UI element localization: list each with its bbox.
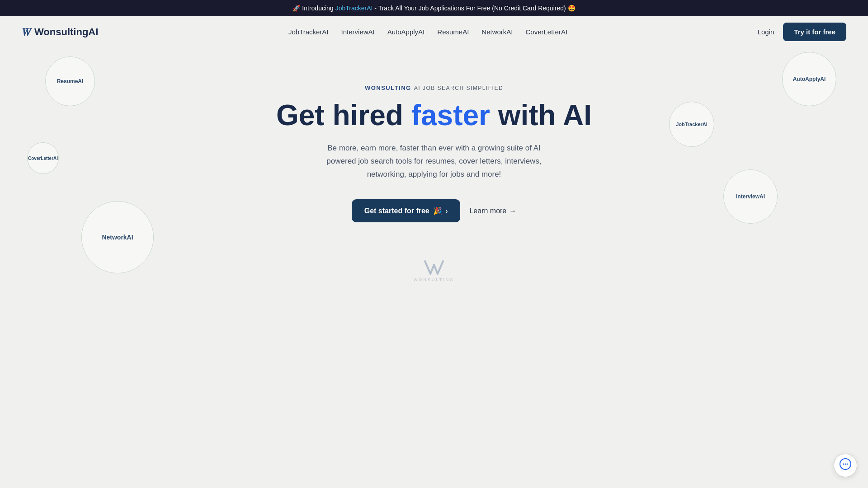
- banner-rest-text: - Track All Your Job Applications For Fr…: [374, 5, 566, 12]
- nav-jobtrackerai[interactable]: JobTrackerAI: [288, 28, 329, 36]
- banner-star-emoji: 🤩: [568, 5, 576, 12]
- nav-links: JobTrackerAI InterviewAI AutoApplyAI Res…: [288, 28, 567, 36]
- banner-intro-text: Introducing: [302, 5, 333, 12]
- circle-interviewai: InterviewAI: [723, 169, 778, 224]
- learn-more-label: Learn more: [469, 207, 506, 215]
- hero-title-part1: Get hired: [276, 99, 411, 131]
- svg-point-2: [845, 464, 846, 465]
- svg-point-1: [843, 464, 844, 465]
- hero-title-highlight: faster: [411, 99, 490, 131]
- login-button[interactable]: Login: [758, 28, 774, 36]
- svg-point-3: [847, 464, 848, 465]
- nav-resumeai[interactable]: ResumeAI: [437, 28, 469, 36]
- learn-more-arrow: →: [509, 207, 516, 215]
- hero-description: Be more, earn more, faster than ever wit…: [316, 142, 552, 181]
- logo-text: WonsultingAI: [34, 26, 98, 38]
- circle-coverletterai: CoverLetterAI: [27, 142, 59, 174]
- get-started-label: Get started for free: [364, 207, 429, 215]
- get-started-emoji: 🎉: [433, 206, 442, 215]
- circle-resumeai: ResumeAI: [45, 56, 95, 106]
- nav-right: Login Try it for free: [758, 23, 846, 41]
- navbar: 𝑊 WonsultingAI JobTrackerAI InterviewAI …: [0, 16, 868, 47]
- announcement-banner: 🚀 Introducing JobTrackerAI - Track All Y…: [0, 0, 868, 16]
- get-started-button[interactable]: Get started for free 🎉 ›: [352, 199, 461, 222]
- banner-link[interactable]: JobTrackerAI: [335, 5, 373, 12]
- badge-text: AI JOB SEARCH SIMPLIFIED: [414, 85, 503, 91]
- chat-button[interactable]: [834, 454, 857, 477]
- bottom-logo-area: WONSULTING: [9, 258, 859, 282]
- nav-interviewai[interactable]: InterviewAI: [341, 28, 375, 36]
- nav-networkai[interactable]: NetworkAI: [481, 28, 513, 36]
- hero-title-part2: with AI: [490, 99, 592, 131]
- navbar-logo[interactable]: 𝑊 WonsultingAI: [22, 26, 98, 38]
- learn-more-button[interactable]: Learn more →: [469, 207, 516, 215]
- circle-autoapplyai: AutoApplyAI: [782, 52, 836, 106]
- bottom-logo-symbol: [423, 258, 445, 277]
- banner-rocket-emoji: 🚀: [292, 5, 300, 12]
- logo-w-symbol: 𝑊: [22, 26, 31, 38]
- get-started-arrow: ›: [446, 207, 448, 215]
- bottom-logo: WONSULTING: [414, 258, 454, 282]
- circle-jobtrackerai: JobTrackerAI: [669, 102, 714, 147]
- nav-autoapplyai[interactable]: AutoApplyAI: [387, 28, 425, 36]
- chat-icon: [840, 458, 851, 473]
- nav-coverletterai[interactable]: CoverLetterAI: [526, 28, 568, 36]
- hero-title: Get hired faster with AI: [9, 99, 859, 131]
- bottom-logo-wordmark: WONSULTING: [414, 277, 454, 282]
- try-free-button[interactable]: Try it for free: [783, 23, 846, 41]
- badge-logo: Wonsulting: [365, 84, 411, 91]
- hero-badge: Wonsulting AI JOB SEARCH SIMPLIFIED: [365, 84, 503, 91]
- hero-section: ResumeAI AutoApplyAI JobTrackerAI CoverL…: [0, 47, 868, 364]
